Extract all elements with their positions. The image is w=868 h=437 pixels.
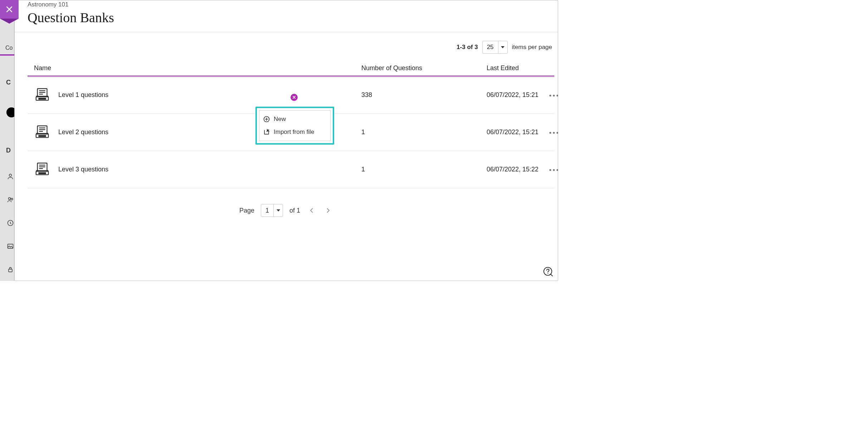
chevron-down-icon [498, 41, 507, 53]
svg-point-16 [556, 94, 558, 96]
more-icon [549, 94, 558, 97]
next-page-button[interactable] [323, 205, 333, 215]
row-actions-button[interactable] [549, 166, 558, 173]
items-per-page-select[interactable]: 25 [482, 41, 508, 54]
question-count: 1 [361, 166, 487, 173]
svg-rect-5 [9, 269, 12, 272]
bank-name-link[interactable]: Level 2 questions [58, 128, 108, 136]
menu-import-label: Import from file [274, 128, 314, 136]
table-row: Level 3 questions 1 06/07/2022, 15:22 [28, 151, 554, 188]
svg-point-1 [9, 198, 11, 200]
help-button[interactable] [543, 266, 554, 277]
row-actions-button[interactable] [549, 128, 558, 136]
page-select[interactable]: 1 [261, 204, 283, 217]
svg-point-14 [549, 94, 551, 96]
page-label: Page [239, 207, 254, 214]
clock-icon [7, 219, 14, 228]
page-title: Question Banks [28, 10, 558, 25]
add-menu-popover: New Import from file [255, 107, 334, 145]
page-value: 1 [261, 204, 273, 217]
question-bank-icon [34, 86, 50, 104]
chevron-left-icon [308, 207, 315, 214]
question-count: 338 [361, 91, 487, 99]
more-icon [549, 131, 558, 134]
table-header: Name Number of Questions Last Edited [28, 62, 554, 77]
of-pages-label: of 1 [289, 207, 300, 214]
import-file-icon [263, 128, 270, 136]
pagination: Page 1 of 1 [15, 204, 558, 217]
svg-point-40 [547, 273, 548, 274]
question-bank-icon [34, 160, 50, 179]
result-range: 1-3 of 3 [457, 44, 478, 51]
bg-letter-d: D [6, 147, 11, 154]
question-count: 1 [361, 128, 487, 136]
bg-letter-c: C [6, 79, 11, 86]
col-number[interactable]: Number of Questions [361, 64, 487, 72]
svg-point-38 [556, 169, 558, 171]
row-actions-button[interactable] [549, 91, 558, 98]
bank-name-link[interactable]: Level 1 questions [58, 91, 108, 99]
callout-close-button[interactable] [291, 94, 298, 101]
menu-new[interactable]: New [261, 113, 329, 126]
bg-tab-underline [0, 54, 14, 55]
menu-import[interactable]: Import from file [261, 126, 329, 139]
person-icon [7, 173, 14, 181]
breadcrumb: Astronomy 101 [28, 1, 558, 8]
last-edited: 06/07/2022, 15:21 [487, 91, 540, 99]
menu-new-label: New [274, 116, 286, 123]
chevron-down-icon [273, 204, 283, 217]
plus-circle-icon [263, 116, 270, 123]
last-edited: 06/07/2022, 15:21 [487, 128, 540, 136]
bank-name-link[interactable]: Level 3 questions [58, 166, 108, 173]
svg-point-26 [553, 132, 555, 133]
svg-point-25 [549, 132, 551, 133]
svg-point-36 [549, 169, 551, 171]
question-bank-icon [34, 123, 50, 141]
items-per-page-value: 25 [483, 41, 498, 53]
svg-rect-7 [39, 98, 45, 99]
svg-rect-18 [39, 136, 45, 137]
svg-point-2 [11, 198, 13, 200]
lock-icon [7, 266, 14, 275]
background-sidebar: Co C D [0, 0, 14, 281]
close-button[interactable] [0, 0, 19, 19]
more-icon [549, 169, 558, 171]
col-edited[interactable]: Last Edited [487, 64, 540, 72]
image-icon [7, 243, 14, 251]
toolbar: 1-3 of 3 25 items per page [15, 32, 558, 57]
close-icon [292, 96, 296, 99]
help-icon [543, 266, 554, 277]
bg-tab: Co [5, 45, 13, 51]
prev-page-button[interactable] [307, 205, 317, 215]
col-name[interactable]: Name [34, 64, 361, 72]
people-icon [7, 196, 14, 205]
svg-rect-29 [39, 173, 45, 174]
close-icon [5, 5, 14, 14]
svg-point-27 [556, 132, 558, 133]
header: Astronomy 101 Question Banks [15, 1, 558, 32]
last-edited: 06/07/2022, 15:22 [487, 165, 540, 174]
svg-point-15 [553, 94, 555, 96]
svg-point-37 [553, 169, 555, 171]
items-per-page-label: items per page [512, 44, 554, 51]
chevron-right-icon [325, 207, 331, 214]
svg-point-0 [9, 174, 12, 176]
